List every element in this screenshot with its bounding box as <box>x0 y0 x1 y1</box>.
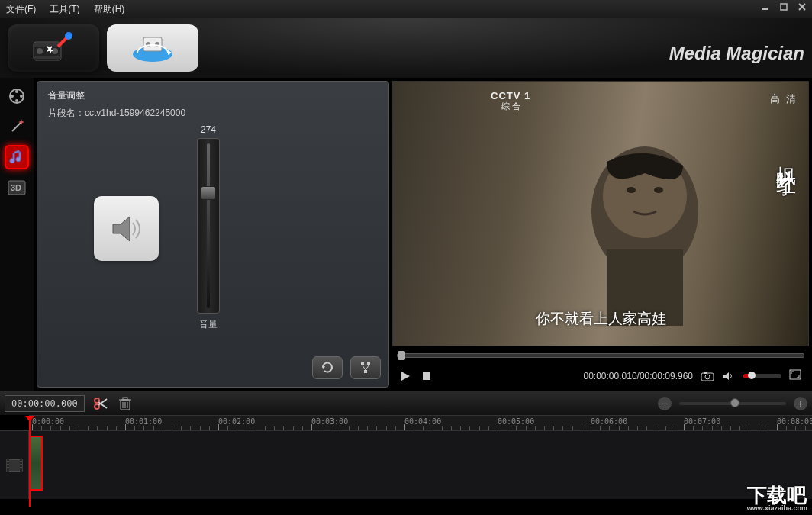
preview-volume-knob[interactable] <box>748 372 756 379</box>
ruler-mark: 00:05:00 <box>498 417 534 426</box>
speaker-preview <box>94 196 159 261</box>
timeline-tracks <box>0 430 812 499</box>
clip-name: cctv1hd-1599462245000 <box>85 108 185 118</box>
trash-icon <box>118 396 132 411</box>
video-subtitle: 你不就看上人家高娃 <box>536 309 666 329</box>
volume-value: 274 <box>201 124 216 135</box>
music-note-icon <box>8 148 26 166</box>
svg-rect-52 <box>123 398 127 400</box>
tab-convert[interactable] <box>107 24 198 72</box>
quality-badge: 高 清 <box>770 92 798 106</box>
video-title-vertical: 枫叶红了 <box>772 150 799 169</box>
play-button[interactable] <box>398 369 412 383</box>
convert-tab-icon <box>128 31 177 65</box>
svg-point-23 <box>11 95 14 98</box>
minimize-icon <box>761 2 770 11</box>
menu-tools[interactable]: 工具(T) <box>50 3 79 16</box>
svg-point-22 <box>15 99 18 102</box>
apply-button[interactable] <box>350 356 381 379</box>
tab-edit[interactable]: + <box>8 24 99 72</box>
volume-label: 音量 <box>199 318 218 331</box>
svg-point-10 <box>65 32 72 40</box>
filmstrip-icon <box>5 458 24 473</box>
snapshot-button[interactable] <box>701 369 714 383</box>
zoom-knob[interactable] <box>730 398 740 407</box>
svg-line-24 <box>12 122 21 131</box>
sidebar-item-film[interactable] <box>5 84 29 108</box>
fullscreen-button[interactable] <box>789 369 803 383</box>
svg-rect-33 <box>364 370 367 373</box>
sidebar-item-effects[interactable] <box>5 114 29 139</box>
ruler-mark: 00:07:00 <box>684 417 720 426</box>
svg-marker-27 <box>113 217 130 241</box>
svg-point-20 <box>15 90 18 93</box>
svg-rect-30 <box>367 362 370 365</box>
scissors-icon <box>93 396 108 411</box>
track-header[interactable] <box>0 431 29 499</box>
cut-button[interactable] <box>92 395 109 412</box>
zoom-in-button[interactable]: + <box>794 397 807 410</box>
svg-rect-29 <box>361 362 364 365</box>
svg-marker-44 <box>723 372 729 380</box>
volume-slider-thumb[interactable] <box>201 186 216 200</box>
svg-line-32 <box>366 365 369 370</box>
video-track[interactable] <box>29 431 812 499</box>
mute-button[interactable] <box>722 369 736 383</box>
refresh-icon <box>321 361 334 375</box>
seek-thumb[interactable] <box>398 351 405 360</box>
ruler-mark: 00:06:00 <box>591 417 627 426</box>
svg-rect-58 <box>20 459 22 472</box>
video-player[interactable]: CCTV 1 综 合 高 清 枫叶红了 你不就看上人家高娃 <box>392 81 809 346</box>
svg-point-42 <box>705 375 710 379</box>
ruler-mark: 00:01:00 <box>125 417 162 426</box>
menu-file[interactable]: 文件(F) <box>6 3 36 16</box>
volume-icon <box>723 371 735 381</box>
preview-volume-slider[interactable] <box>743 374 781 378</box>
delete-button[interactable] <box>117 395 134 412</box>
svg-point-21 <box>20 95 23 98</box>
speaker-icon <box>105 208 148 250</box>
zoom-out-button[interactable]: − <box>658 397 672 410</box>
menubar: 文件(F) 工具(T) 帮助(H) <box>0 0 812 18</box>
svg-rect-43 <box>704 372 707 374</box>
volume-slider[interactable] <box>197 138 220 314</box>
panel-title: 音量调整 <box>48 89 378 102</box>
svg-text:3D: 3D <box>11 183 21 192</box>
timeline-toolbar: 00:00:00.000 − + <box>0 391 812 415</box>
timeline-ruler[interactable]: 0:00:0000:01:0000:02:0000:03:0000:04:000… <box>29 415 812 430</box>
time-display: 00:00:00.010/00:00:09.960 <box>584 371 694 381</box>
svg-rect-40 <box>423 372 430 380</box>
timecode-display[interactable]: 00:00:00.000 <box>5 395 85 412</box>
svg-point-37 <box>654 187 663 193</box>
zoom-slider[interactable] <box>679 402 786 405</box>
svg-line-31 <box>362 365 366 370</box>
reset-button[interactable] <box>312 356 343 379</box>
ruler-mark: 00:04:00 <box>404 417 441 426</box>
sidebar-item-3d[interactable]: 3D <box>5 175 29 200</box>
magic-wand-icon <box>8 117 26 136</box>
stop-button[interactable] <box>420 369 433 383</box>
clip-label-prefix: 片段名： <box>48 108 85 118</box>
playhead[interactable] <box>29 416 31 507</box>
3d-icon: 3D <box>7 179 27 196</box>
svg-rect-57 <box>7 459 9 472</box>
timeline-clip[interactable] <box>29 436 43 491</box>
svg-point-36 <box>627 187 636 193</box>
channel-logo: CCTV 1 综 合 <box>491 91 530 111</box>
minimize-button[interactable] <box>759 2 772 12</box>
maximize-icon <box>779 2 788 11</box>
seek-bar[interactable] <box>397 353 804 358</box>
window-controls <box>759 2 809 12</box>
settings-panel: 音量调整 片段名：cctv1hd-1599462245000 274 <box>34 78 392 391</box>
ruler-mark: 0:00:00 <box>32 417 64 426</box>
close-button[interactable] <box>795 2 809 12</box>
fullscreen-icon <box>789 369 801 380</box>
video-figure <box>530 127 744 326</box>
maximize-button[interactable] <box>777 2 791 12</box>
sidebar-item-audio[interactable] <box>5 145 29 169</box>
close-icon <box>798 2 807 11</box>
preview-area: CCTV 1 综 合 高 清 枫叶红了 你不就看上人家高娃 <box>392 78 812 391</box>
svg-marker-39 <box>401 372 410 381</box>
menu-help[interactable]: 帮助(H) <box>94 3 125 16</box>
film-reel-icon <box>8 87 26 105</box>
